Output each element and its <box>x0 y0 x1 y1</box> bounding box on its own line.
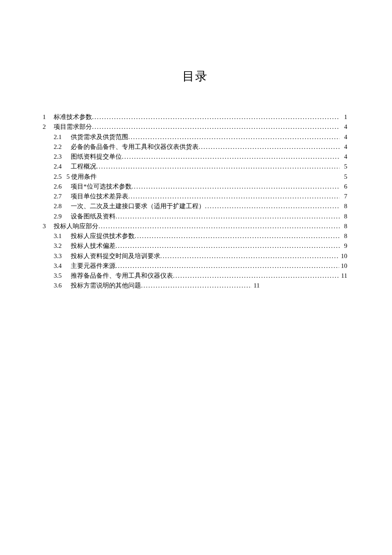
toc-dots <box>199 142 340 152</box>
toc-entry: 2.8一次、二次及土建接口要求（适用于扩建工程）8 <box>43 201 347 211</box>
toc-dots <box>173 271 340 281</box>
toc-entry-number: 3.4 <box>54 261 71 271</box>
toc-dots <box>128 192 340 201</box>
toc-entry-page: 8 <box>340 201 347 211</box>
toc-dots <box>205 201 340 211</box>
toc-entry-number: 2 <box>43 122 54 132</box>
toc-entry-number: 2.9 <box>54 212 71 221</box>
toc-entry-page: 8 <box>340 212 347 221</box>
toc-entry: 2项目需求部分4 <box>43 122 347 132</box>
toc-entry-page: 8 <box>340 221 347 231</box>
toc-entry-number: 2.2 <box>54 142 71 152</box>
toc-entry-number: 3.2 <box>54 241 71 251</box>
toc-entry-number: 1 <box>43 112 54 122</box>
toc-dots <box>115 212 340 221</box>
toc-entry-label: 项目需求部分 <box>54 122 92 132</box>
toc-entry-page: 11 <box>340 271 347 281</box>
toc-entry-label: 图纸资料提交单位 <box>71 152 122 162</box>
toc-entry-label: 投标人资料提交时间及培训要求 <box>71 251 160 261</box>
toc-dots <box>135 231 340 241</box>
toc-dots <box>98 221 340 231</box>
toc-dots <box>160 251 339 261</box>
toc-entry: 3.2投标人技术偏差9 <box>43 241 347 251</box>
toc-entry-page: 1 <box>340 112 347 122</box>
toc-entry-page: 5 <box>340 162 347 171</box>
toc-entry-page: 4 <box>340 132 347 142</box>
toc-entry-label: 5 使用条件 <box>66 172 97 182</box>
toc-entry-label: 推荐备品备件、专用工具和仪器仪表 <box>71 271 173 281</box>
toc-entry-number: 3.1 <box>54 231 71 241</box>
toc-entry: 3.4主要元器件来源10 <box>43 261 347 271</box>
toc-entry-page: 6 <box>340 182 347 192</box>
toc-dots <box>132 182 340 192</box>
toc-dots <box>128 132 340 142</box>
toc-entry: 2.4工程概况5 <box>43 162 347 171</box>
toc-dots <box>92 122 340 132</box>
toc-dots <box>122 152 340 162</box>
toc-entry-label: 一次、二次及土建接口要求（适用于扩建工程） <box>71 201 205 211</box>
toc-entry: 1标准技术参数1 <box>43 112 347 122</box>
toc-entry: 2.6项目*位可选技术参数6 <box>43 182 347 192</box>
toc-entry-page: 7 <box>340 192 347 201</box>
toc-entry-number: 2.7 <box>54 192 71 201</box>
toc-entry-number: 2.8 <box>54 201 71 211</box>
toc-entry-number: 2.4 <box>54 162 71 171</box>
toc-entry-label: 标准技术参数 <box>54 112 92 122</box>
toc-entry-page: 10 <box>339 251 347 261</box>
toc-entry-number: 2.3 <box>54 152 71 162</box>
toc-entry-number: 2.1 <box>54 132 71 142</box>
toc-entry-label: 项目*位可选技术参数 <box>71 182 132 192</box>
toc-dots <box>115 261 339 271</box>
toc-entry-label: 投标人应提供技术参数 <box>71 231 135 241</box>
toc-entry-page: 4 <box>340 152 347 162</box>
toc-dots <box>141 281 252 291</box>
toc-entry-label: 项目单位技术差异表 <box>71 192 128 201</box>
toc-entry-number: 3.5 <box>54 271 71 281</box>
toc-entry: 3投标人响应部分8 <box>43 221 347 231</box>
toc-entry-label: 投标人响应部分 <box>54 221 98 231</box>
toc-entry-label: 设备图纸及资料 <box>71 212 115 221</box>
toc-entry-number: 3.3 <box>54 251 71 261</box>
toc-entry-label: 主要元器件来源 <box>71 261 115 271</box>
toc-entry: 2.2必备的备品备件、专用工具和仪器仪表供货表4 <box>43 142 347 152</box>
toc-dots <box>92 112 340 122</box>
toc-entry: 2.7项目单位技术差异表7 <box>43 192 347 201</box>
toc-entry: 2.1供货需求及供货范围4 <box>43 132 347 142</box>
toc-entry-page: 8 <box>340 231 347 241</box>
toc-entry-page: 9 <box>340 241 347 251</box>
toc-entry-number: 3.6 <box>54 281 71 291</box>
toc-entry-page: 10 <box>339 261 347 271</box>
toc-entry: 3.3投标人资料提交时间及培训要求10 <box>43 251 347 261</box>
toc-entry: 2.55 使用条件5 <box>43 172 347 182</box>
toc-entry-page: 5 <box>340 172 347 182</box>
toc-entry-label: 投标人技术偏差 <box>71 241 115 251</box>
toc-entry-label: 投标方需说明的其他问题 <box>71 281 141 291</box>
toc-entry-label: 必备的备品备件、专用工具和仪器仪表供货表 <box>71 142 199 152</box>
toc-entry: 2.9设备图纸及资料8 <box>43 212 347 221</box>
toc-entry-label: 工程概况 <box>71 162 96 171</box>
toc-dots <box>96 162 340 171</box>
toc-entry-number: 3 <box>43 221 54 231</box>
toc-title: 目录 <box>43 68 347 84</box>
toc-dots <box>115 241 340 251</box>
toc-entry-page: 4 <box>340 122 347 132</box>
toc-entry-number: 2.5 <box>54 172 66 182</box>
toc-entry: 3.5推荐备品备件、专用工具和仪器仪表11 <box>43 271 347 281</box>
toc-entry: 3.1投标人应提供技术参数8 <box>43 231 347 241</box>
toc-entry: 2.3图纸资料提交单位4 <box>43 152 347 162</box>
table-of-contents: 1标准技术参数12项目需求部分42.1供货需求及供货范围42.2必备的备品备件、… <box>43 112 347 291</box>
toc-entry-page: 11 <box>252 281 259 291</box>
toc-entry: 3.6投标方需说明的其他问题11 <box>43 281 347 291</box>
toc-entry-label: 供货需求及供货范围 <box>71 132 128 142</box>
toc-entry-number: 2.6 <box>54 182 71 192</box>
toc-entry-page: 4 <box>340 142 347 152</box>
